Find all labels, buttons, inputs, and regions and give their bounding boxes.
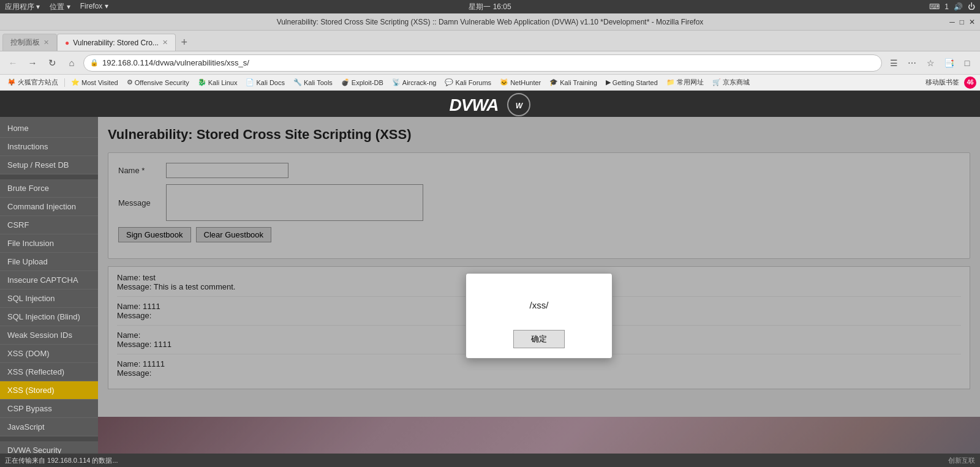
- home-button[interactable]: ⌂: [64, 55, 80, 71]
- browser-toolbar: ← → ↻ ⌂ 🔒 192.168.0.114/dvwa/vulnerabili…: [0, 51, 980, 75]
- sidebar-item-xss-dom[interactable]: XSS (DOM): [0, 345, 98, 363]
- kali-icon: 🐉: [198, 78, 206, 86]
- os-power-icon[interactable]: ⏻: [968, 2, 975, 11]
- back-button[interactable]: ←: [5, 55, 21, 71]
- os-bookmark-icon: ⚙: [127, 78, 133, 86]
- modal-ok-button[interactable]: 确定: [513, 330, 565, 348]
- window-controls[interactable]: ─ □ ✕: [949, 18, 975, 26]
- dvwa-logo-svg: W: [507, 92, 531, 117]
- forward-button[interactable]: →: [24, 55, 40, 71]
- bookmark-mobile[interactable]: 移动版书签: [922, 77, 963, 88]
- address-url: 192.168.0.114/dvwa/vulnerabilities/xss_s…: [102, 58, 249, 67]
- window-close-icon[interactable]: ✕: [969, 18, 975, 26]
- tab-xss-stored[interactable]: ● Vulnerability: Stored Cro... ✕: [57, 34, 176, 51]
- star-icon: ⭐: [71, 78, 80, 86]
- status-bar: 正在传输来自 192.168.0.114 的数据... 创新互联: [0, 454, 980, 467]
- synced-tabs-icon[interactable]: 📑: [941, 55, 957, 71]
- bookmark-kali-forums[interactable]: 💬 Kali Forums: [441, 77, 495, 88]
- sidebar-item-dvwa-security[interactable]: DVWA Security: [0, 441, 98, 454]
- sidebar-item-xss-reflected[interactable]: XSS (Reflected): [0, 363, 98, 381]
- tab-xss-close[interactable]: ✕: [162, 39, 168, 47]
- sidebar-item-xss-stored[interactable]: XSS (Stored): [0, 381, 98, 400]
- browser-window: Vulnerability: Stored Cross Site Scripti…: [0, 13, 980, 467]
- reload-button[interactable]: ↻: [44, 55, 60, 71]
- bookmark-jd[interactable]: 🛒 京东商城: [709, 77, 753, 88]
- dvwa-app: DVWA W Home Instructions Setup / Reset D…: [0, 91, 980, 454]
- sidebar-item-csp-bypass[interactable]: CSP Bypass: [0, 400, 98, 418]
- tab-controlpanel[interactable]: 控制面板 ✕: [2, 34, 57, 51]
- forums-icon: 💬: [445, 78, 453, 86]
- sidebar-item-file-inclusion[interactable]: File Inclusion: [0, 234, 98, 253]
- tools-icon: 🔧: [293, 78, 302, 86]
- bookmark-common-sites[interactable]: 📁 常用网址: [663, 77, 707, 88]
- dvwa-body: Home Instructions Setup / Reset DB Brute…: [0, 117, 980, 454]
- sidebar-item-brute-force[interactable]: Brute Force: [0, 179, 98, 198]
- new-tab-button[interactable]: +: [176, 34, 193, 51]
- menu-dots-icon[interactable]: ⋯: [904, 55, 920, 71]
- aircrack-icon: 📡: [392, 78, 401, 86]
- sidebar-item-csrf[interactable]: CSRF: [0, 216, 98, 234]
- nethunter-icon: 🐱: [500, 78, 508, 86]
- bookmark-star-icon[interactable]: ☆: [922, 55, 938, 71]
- bookmark-offensive-security[interactable]: ⚙ Offensive Security: [123, 77, 193, 88]
- sidebar-item-sql-injection-blind[interactable]: SQL Injection (Blind): [0, 308, 98, 326]
- os-menu-firefox[interactable]: Firefox ▾: [80, 2, 108, 12]
- sidebar-divider-2: [0, 436, 98, 441]
- folder-icon: 📁: [666, 78, 675, 86]
- sidebar-item-javascript[interactable]: JavaScript: [0, 418, 98, 436]
- bookmark-aircrack[interactable]: 📡 Aircrack-ng: [388, 77, 440, 88]
- bookmark-most-visited[interactable]: ⭐ Most Visited: [67, 77, 122, 88]
- bookmark-kali-tools[interactable]: 🔧 Kali Tools: [290, 77, 336, 88]
- sidebar-item-home[interactable]: Home: [0, 119, 98, 138]
- modal-message: /xss/: [530, 292, 549, 318]
- tab-xss-stored-label: Vulnerability: Stored Cro...: [73, 39, 159, 47]
- container-icon[interactable]: □: [959, 55, 975, 71]
- bookmark-kali-linux[interactable]: 🐉 Kali Linux: [194, 77, 241, 88]
- os-display-icon[interactable]: 1: [944, 2, 949, 11]
- sidebar-divider-1: [0, 174, 98, 179]
- bookmarks-bar: 🦊 火狐官方站点 ⭐ Most Visited ⚙ Offensive Secu…: [0, 75, 980, 91]
- os-keyboard-icon[interactable]: ⌨: [929, 2, 940, 11]
- os-topbar: 应用程序 ▾ 位置 ▾ Firefox ▾ 星期一 16:05 ⌨ 1 🔊 ⏻: [0, 0, 980, 13]
- browser-titlebar: Vulnerability: Stored Cross Site Scripti…: [0, 13, 980, 31]
- os-volume-icon[interactable]: 🔊: [954, 2, 963, 11]
- os-clock: 星期一 16:05: [469, 2, 511, 12]
- window-minimize-icon[interactable]: ─: [949, 18, 955, 26]
- docs-icon: 📄: [246, 78, 254, 86]
- dvwa-logo-text: DVWA: [449, 95, 498, 114]
- dvwa-header: DVWA W: [0, 91, 980, 117]
- dvwa-logo: DVWA W: [449, 91, 530, 117]
- browser-tabbar: 控制面板 ✕ ● Vulnerability: Stored Cro... ✕ …: [0, 31, 980, 51]
- bookmark-getting-started[interactable]: ▶ Getting Started: [602, 77, 662, 88]
- dvwa-main: Vulnerability: Stored Cross Site Scripti…: [98, 117, 980, 454]
- window-maximize-icon[interactable]: □: [960, 18, 964, 26]
- jd-icon: 🛒: [712, 78, 721, 86]
- exploit-icon: 💣: [341, 78, 350, 86]
- getstarted-icon: ▶: [606, 78, 611, 86]
- tab-controlpanel-label: 控制面板: [10, 37, 40, 48]
- bookmark-exploit-db[interactable]: 💣 Exploit-DB: [337, 77, 387, 88]
- os-topbar-right: ⌨ 1 🔊 ⏻: [929, 2, 975, 11]
- dvwa-sidebar: Home Instructions Setup / Reset DB Brute…: [0, 117, 98, 454]
- status-text: 正在传输来自 192.168.0.114 的数据...: [5, 456, 938, 465]
- sidebar-item-setup[interactable]: Setup / Reset DB: [0, 156, 98, 174]
- os-menu-apps[interactable]: 应用程序 ▾: [5, 2, 40, 12]
- os-menu-places[interactable]: 位置 ▾: [50, 2, 70, 12]
- address-bar[interactable]: 🔒 192.168.0.114/dvwa/vulnerabilities/xss…: [83, 54, 882, 72]
- reader-icon[interactable]: ☰: [886, 55, 902, 71]
- notification-badge: 46: [964, 77, 976, 89]
- sidebar-item-weak-session[interactable]: Weak Session IDs: [0, 326, 98, 345]
- tab-controlpanel-close[interactable]: ✕: [43, 39, 49, 47]
- sidebar-item-insecure-captcha[interactable]: Insecure CAPTCHA: [0, 271, 98, 290]
- sidebar-item-instructions[interactable]: Instructions: [0, 138, 98, 156]
- bookmark-kali-training[interactable]: 🎓 Kali Training: [546, 77, 601, 88]
- svg-text:W: W: [515, 102, 523, 110]
- browser-title-text: Vulnerability: Stored Cross Site Scripti…: [277, 18, 704, 26]
- bookmark-kali-docs[interactable]: 📄 Kali Docs: [242, 77, 288, 88]
- sidebar-item-file-upload[interactable]: File Upload: [0, 253, 98, 271]
- bookmark-huohu[interactable]: 🦊 火狐官方站点: [4, 77, 62, 88]
- sidebar-item-command-injection[interactable]: Command Injection: [0, 198, 98, 216]
- sidebar-item-sql-injection[interactable]: SQL Injection: [0, 290, 98, 308]
- bookmark-nethunter[interactable]: 🐱 NetHunter: [496, 77, 545, 88]
- chuangxin-logo: 创新互联: [948, 456, 975, 465]
